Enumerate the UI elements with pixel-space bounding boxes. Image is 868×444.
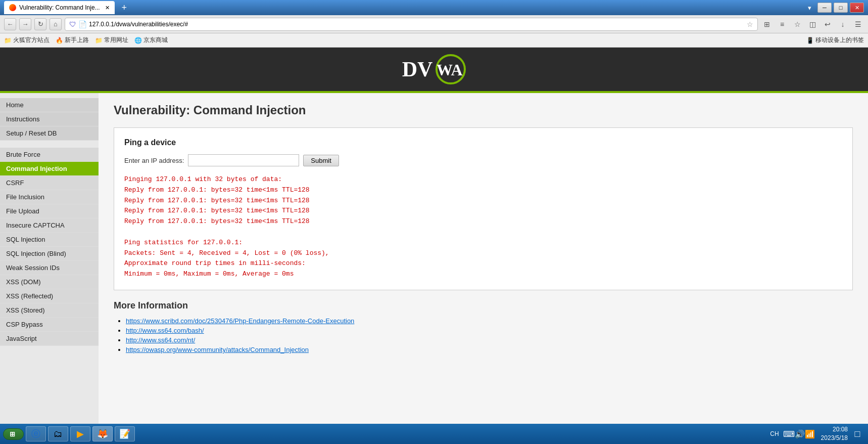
- bookmark-star-icon[interactable]: ☆: [747, 20, 753, 28]
- sidebar-item-home[interactable]: Home: [0, 98, 99, 112]
- ie-icon: ⓔ: [31, 428, 40, 440]
- ping-output-line: Pinging 127.0.0.1 with 32 bytes of data:: [124, 174, 842, 185]
- media-icon: ▶: [77, 428, 84, 439]
- bookmark-huhu[interactable]: 📁 火狐官方站点: [4, 36, 50, 45]
- clock-date: 2023/5/18: [821, 434, 848, 442]
- ping-output-line: Reply from 127.0.0.1: bytes=32 time<1ms …: [124, 185, 842, 196]
- new-tab-button[interactable]: +: [118, 1, 131, 14]
- ping-output-line: Reply from 127.0.0.1: bytes=32 time<1ms …: [124, 196, 842, 206]
- taskbar: ⊞ ⓔ 🗂 ▶ 🦊 📝 CH ⌨🔊📶 20:08 2023/5/18 □: [0, 424, 868, 444]
- more-info-list: https://www.scribd.com/doc/2530476/Php-E…: [114, 317, 853, 353]
- taskbar-app-wps[interactable]: 📝: [115, 426, 135, 441]
- refresh-button[interactable]: ↻: [34, 18, 46, 30]
- bookmark-icon-0: 📁: [4, 37, 12, 44]
- download-icon[interactable]: ↓: [837, 18, 849, 30]
- svg-text:WA: WA: [437, 61, 463, 79]
- forward-button[interactable]: →: [19, 18, 31, 30]
- ping-output-line: Packets: Sent = 4, Received = 4, Lost = …: [124, 248, 842, 259]
- sidebar-item-sql-injection[interactable]: SQL Injection: [0, 233, 99, 247]
- mobile-icon: 📱: [806, 37, 814, 44]
- sidebar-item-weak-session[interactable]: Weak Session IDs: [0, 261, 99, 275]
- more-info-link-3[interactable]: https://owasp.org/www-community/attacks/…: [126, 346, 309, 353]
- bookmark-label-1: 新手上路: [65, 36, 89, 45]
- bookmark-icon-3: 🌐: [134, 37, 142, 44]
- sidebar-item-file-upload[interactable]: File Upload: [0, 204, 99, 218]
- sidebar-item-command-injection[interactable]: Command Injection: [0, 162, 99, 176]
- menu-icon[interactable]: ☰: [852, 18, 864, 30]
- star-icon[interactable]: ☆: [791, 18, 803, 30]
- sidebar: Home Instructions Setup / Reset DB Brute…: [0, 93, 99, 444]
- ping-input[interactable]: [188, 154, 299, 166]
- mobile-label: 移动设备上的书签: [815, 36, 864, 45]
- sidebar-item-instructions[interactable]: Instructions: [0, 112, 99, 126]
- tab-list-button[interactable]: ▾: [803, 3, 815, 13]
- close-button[interactable]: ✕: [850, 3, 864, 13]
- bookmark-label-0: 火狐官方站点: [13, 36, 50, 45]
- sidebar-divider: [0, 144, 99, 148]
- dvwa-logo-text: DV: [402, 57, 433, 81]
- taskbar-app-media[interactable]: ▶: [70, 426, 90, 441]
- bookmark-beginner[interactable]: 🔥 新手上路: [56, 36, 89, 45]
- sidebar-item-brute-force[interactable]: Brute Force: [0, 148, 99, 162]
- address-bar-container: 🛡 📄 ☆: [65, 18, 758, 31]
- back-button[interactable]: ←: [4, 18, 16, 30]
- maximize-button[interactable]: □: [834, 3, 848, 13]
- profile-icon[interactable]: ↩: [822, 18, 834, 30]
- tab-close-icon[interactable]: ✕: [105, 5, 110, 11]
- home-button[interactable]: ⌂: [50, 18, 62, 30]
- ping-label: Enter an IP address:: [124, 157, 184, 164]
- sidebar-item-file-inclusion[interactable]: File Inclusion: [0, 190, 99, 204]
- tab-favicon: [9, 4, 16, 11]
- extensions-icon[interactable]: ⊞: [761, 18, 773, 30]
- taskbar-tray: CH ⌨🔊📶: [766, 429, 818, 439]
- taskbar-app-firefox[interactable]: 🦊: [92, 426, 113, 441]
- ping-output-line: Reply from 127.0.0.1: bytes=32 time<1ms …: [124, 216, 842, 227]
- more-info-list-item: https://www.scribd.com/doc/2530476/Php-E…: [126, 317, 853, 325]
- title-bar-left: Vulnerability: Command Inje... ✕ +: [4, 1, 131, 14]
- title-bar: Vulnerability: Command Inje... ✕ + ▾ ─ □…: [0, 0, 868, 15]
- sidebar-item-insecure-captcha[interactable]: Insecure CAPTCHA: [0, 218, 99, 233]
- taskbar-app-ie[interactable]: ⓔ: [26, 426, 46, 441]
- bookmarks-bar: 📁 火狐官方站点 🔥 新手上路 📁 常用网址 🌐 京东商城 📱 移动设备上的书签: [0, 33, 868, 48]
- browser-tab[interactable]: Vulnerability: Command Inje... ✕: [4, 1, 115, 14]
- taskbar-clock: 20:08 2023/5/18: [821, 425, 848, 442]
- main-content: Vulnerability: Command Injection Ping a …: [99, 93, 868, 444]
- more-info-link-1[interactable]: http://www.ss64.com/bash/: [126, 327, 204, 334]
- page-icon: 📄: [78, 20, 87, 28]
- bookmark-common[interactable]: 📁 常用网址: [95, 36, 128, 45]
- sidebar-item-xss-dom[interactable]: XSS (DOM): [0, 275, 99, 289]
- sidebar-item-csrf[interactable]: CSRF: [0, 176, 99, 190]
- sidebar-item-xss-reflected[interactable]: XSS (Reflected): [0, 289, 99, 303]
- ping-output-line: [124, 227, 842, 238]
- bookmark-icon-1: 🔥: [56, 37, 63, 44]
- sidebar-vuln-section: Brute Force Command Injection CSRF File …: [0, 148, 99, 346]
- sidebar-item-csp-bypass[interactable]: CSP Bypass: [0, 318, 99, 332]
- main-area: Home Instructions Setup / Reset DB Brute…: [0, 93, 868, 444]
- tab-title: Vulnerability: Command Inje...: [19, 4, 100, 11]
- dvwa-logo-icon: WA: [436, 54, 466, 84]
- sidebar-item-setup[interactable]: Setup / Reset DB: [0, 126, 99, 141]
- ping-output: Pinging 127.0.0.1 with 32 bytes of data:…: [124, 174, 842, 280]
- submit-button[interactable]: Submit: [303, 155, 339, 166]
- more-info-title: More Information: [114, 300, 853, 311]
- more-info-link-0[interactable]: https://www.scribd.com/doc/2530476/Php-E…: [126, 317, 354, 325]
- mobile-bookmarks[interactable]: 📱 移动设备上的书签: [806, 36, 864, 45]
- bookmark-label-3: 京东商城: [143, 36, 168, 45]
- reader-icon[interactable]: ≡: [776, 18, 788, 30]
- dvwa-logo: DV WA: [402, 54, 466, 84]
- more-info-list-item: http://www.ss64.com/nt/: [126, 336, 853, 344]
- sidebar-item-sql-injection-blind[interactable]: SQL Injection (Blind): [0, 247, 99, 261]
- minimize-button[interactable]: ─: [817, 3, 832, 13]
- bookmark-jd[interactable]: 🌐 京东商城: [134, 36, 168, 45]
- sidebar-item-xss-stored[interactable]: XSS (Stored): [0, 303, 99, 318]
- taskbar-app-file[interactable]: 🗂: [48, 426, 68, 441]
- sidebar-toggle-icon[interactable]: ◫: [806, 18, 818, 30]
- show-desktop-button[interactable]: □: [850, 426, 865, 441]
- toolbar-right: ⊞ ≡ ☆ ◫ ↩ ↓ ☰: [761, 18, 864, 30]
- start-button[interactable]: ⊞: [3, 428, 24, 440]
- ping-output-line: Minimum = 0ms, Maximum = 0ms, Average = …: [124, 269, 842, 280]
- address-bar[interactable]: [89, 21, 745, 28]
- sidebar-item-javascript[interactable]: JavaScript: [0, 332, 99, 346]
- bookmark-icon-2: 📁: [95, 37, 103, 44]
- more-info-link-2[interactable]: http://www.ss64.com/nt/: [126, 336, 195, 344]
